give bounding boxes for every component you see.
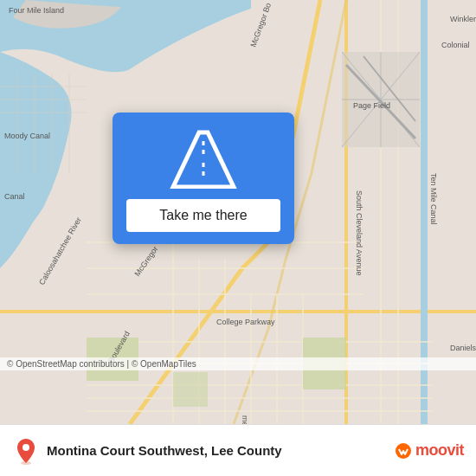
svg-text:Canal: Canal xyxy=(4,192,25,201)
take-me-there-button[interactable]: Take me there xyxy=(126,199,280,232)
svg-text:Daniels Pa: Daniels Pa xyxy=(450,344,476,352)
svg-text:College Parkway: College Parkway xyxy=(216,318,275,326)
svg-text:Page Field: Page Field xyxy=(353,101,390,110)
info-card: Take me there xyxy=(113,113,294,244)
svg-text:South Cleveland Avenue: South Cleveland Avenue xyxy=(355,190,363,275)
svg-text:Four Mile Island: Four Mile Island xyxy=(9,6,64,15)
map-attribution: © OpenStreetMap contributors | © OpenMap… xyxy=(0,357,476,370)
road-icon xyxy=(169,128,238,189)
moovit-logo: moovit xyxy=(395,441,464,460)
svg-text:Ten Mile Canal: Ten Mile Canal xyxy=(429,173,438,225)
location-name: Montina Court Southwest, Lee County xyxy=(47,443,395,458)
svg-text:Colonial: Colonial xyxy=(441,41,470,49)
moovit-label: moovit xyxy=(415,441,464,460)
svg-text:Moody Canal: Moody Canal xyxy=(4,132,50,140)
svg-text:merlin Road: merlin Road xyxy=(241,415,249,424)
moovit-icon xyxy=(395,442,412,460)
bottom-bar: Montina Court Southwest, Lee County moov… xyxy=(0,424,476,476)
svg-point-52 xyxy=(23,444,29,451)
svg-rect-33 xyxy=(173,372,208,407)
svg-text:Winkler: Winkler xyxy=(450,15,476,23)
map-container: McGregor Bo Winkler Colonial Page Field … xyxy=(0,0,476,424)
location-pin-icon xyxy=(12,437,40,465)
